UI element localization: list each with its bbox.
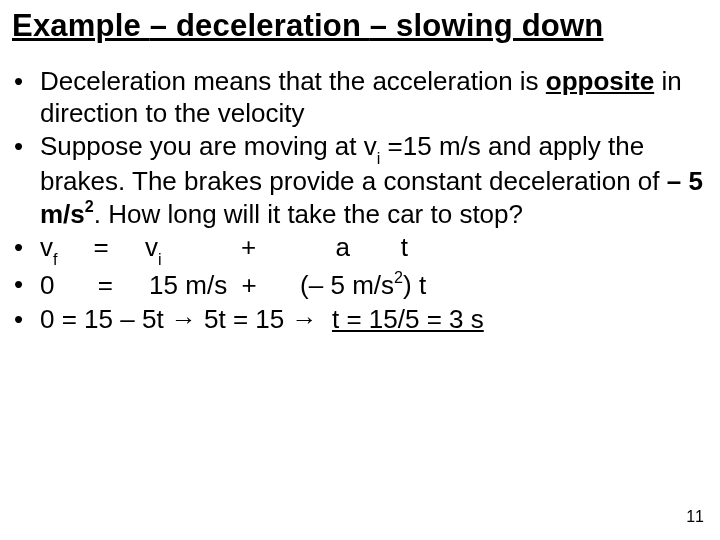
b2-sub-i: i xyxy=(377,149,381,167)
bullet-2: Suppose you are moving at vi =15 m/s and… xyxy=(40,131,708,230)
arrow-icon: → xyxy=(171,304,197,334)
bullet-1: Deceleration means that the acceleration… xyxy=(40,66,708,129)
b5-p2: 5t = 15 xyxy=(197,304,292,334)
b3-sub-i: i xyxy=(158,250,162,268)
b3-p3: + a t xyxy=(162,232,408,262)
b4-p1: 0 = 15 m/s + ( xyxy=(40,270,309,300)
title-part-b: – deceleration xyxy=(150,8,370,43)
b1-text-1: Deceleration means that the acceleration… xyxy=(40,66,546,96)
b2-text-3: . How long will it take the car to stop? xyxy=(94,199,523,229)
bullet-4: 0 = 15 m/s + (– 5 m/s2) t xyxy=(40,269,708,301)
b5-p1: 0 = 15 – 5t xyxy=(40,304,171,334)
b5-p3 xyxy=(318,304,332,334)
b4-minus: – xyxy=(309,270,323,300)
page-number: 11 xyxy=(686,508,704,526)
bullet-5: 0 = 15 – 5t → 5t = 15 → t = 15/5 = 3 s xyxy=(40,304,708,336)
b3-p1: v xyxy=(40,232,53,262)
b3-p2: = v xyxy=(57,232,157,262)
b5-answer: t = 15/5 = 3 s xyxy=(332,304,484,334)
b4-p2: 5 m/s xyxy=(323,270,394,300)
arrow-icon: → xyxy=(292,304,318,334)
title-part-c: – slowing down xyxy=(370,8,604,43)
b2-text-1: Suppose you are moving at v xyxy=(40,131,377,161)
b2-sup-2: 2 xyxy=(85,197,94,215)
page-title: Example – deceleration – slowing down xyxy=(12,8,708,44)
b1-opposite: opposite xyxy=(546,66,654,96)
b3-sub-f: f xyxy=(53,250,57,268)
bullet-list: Deceleration means that the acceleration… xyxy=(12,66,708,335)
bullet-3: vf = vi + a t xyxy=(40,232,708,267)
b4-sup-2: 2 xyxy=(394,268,403,286)
b2-bold-minus: – xyxy=(667,166,681,196)
title-part-a: Example xyxy=(12,8,150,43)
b4-p3: ) t xyxy=(403,270,426,300)
